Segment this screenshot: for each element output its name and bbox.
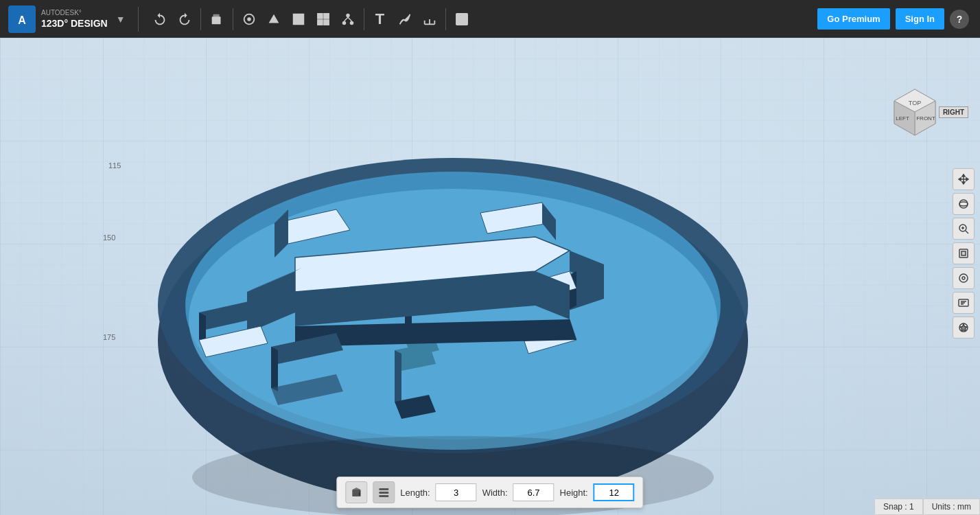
primitives-button[interactable]	[205, 8, 229, 31]
ruler-label-3: 175	[103, 333, 115, 341]
svg-rect-24	[456, 13, 467, 25]
toolbar-right: Go Premium Sign In ?	[817, 8, 980, 30]
length-label: Length:	[400, 488, 430, 498]
smartshapes-button[interactable]	[237, 8, 261, 31]
app-logo: A	[8, 5, 36, 33]
svg-point-87	[962, 277, 965, 279]
redo-button[interactable]	[173, 8, 196, 31]
orbit-tool[interactable]	[953, 193, 975, 215]
construct-button[interactable]	[262, 8, 285, 31]
svg-rect-10	[299, 19, 303, 23]
render-tool[interactable]	[953, 292, 975, 314]
length-input[interactable]	[436, 483, 477, 501]
materials-button[interactable]	[450, 8, 474, 31]
svg-point-79	[959, 202, 968, 206]
svg-rect-98	[379, 492, 388, 494]
svg-point-15	[346, 13, 350, 17]
svg-line-81	[966, 231, 968, 233]
svg-text:TOP: TOP	[909, 100, 921, 106]
measurement-panel: Length: Width: Height:	[336, 477, 643, 508]
modify-button[interactable]	[287, 8, 310, 31]
ruler-label-1: 115	[108, 161, 121, 170]
svg-point-86	[959, 274, 968, 282]
tb-div2	[233, 8, 233, 30]
layers-button[interactable]	[373, 481, 395, 503]
sketch-button[interactable]	[393, 8, 417, 31]
height-label: Height:	[560, 488, 588, 498]
svg-rect-85	[961, 251, 966, 255]
viewcube[interactable]: TOP FRONT LEFT RIGHT	[886, 86, 944, 144]
tb-div3	[364, 8, 364, 30]
svg-marker-93	[960, 324, 967, 331]
svg-rect-97	[379, 488, 388, 490]
svg-line-19	[348, 17, 352, 21]
svg-point-17	[349, 21, 353, 25]
3d-viewport[interactable]: 115 150 175 TOP FRONT LEFT RIGHT	[0, 38, 980, 515]
perspective-tool[interactable]	[953, 267, 975, 289]
svg-point-16	[342, 21, 346, 25]
right-tools-panel	[953, 168, 975, 339]
help-button[interactable]: ?	[950, 10, 969, 29]
svg-marker-95	[352, 488, 360, 490]
logo-area: A AUTODESK° 123D° DESIGN ▼	[0, 5, 134, 33]
signin-button[interactable]: Sign In	[896, 8, 944, 30]
svg-text:FRONT: FRONT	[916, 115, 935, 122]
svg-marker-6	[268, 14, 279, 23]
toolbar-divider	[138, 7, 139, 32]
app-name: AUTODESK° 123D° DESIGN	[41, 8, 108, 30]
svg-marker-76	[959, 178, 961, 181]
snap-button[interactable]	[336, 8, 360, 31]
svg-marker-62	[395, 350, 401, 405]
scene-settings-tool[interactable]	[953, 317, 975, 339]
svg-rect-11	[317, 13, 322, 18]
toolbar-main: T	[143, 8, 818, 31]
svg-marker-75	[962, 182, 965, 184]
premium-button[interactable]: Go Premium	[817, 8, 889, 30]
status-bar: Snap : 1 Units : mm	[874, 499, 980, 515]
svg-marker-59	[271, 347, 278, 391]
group-button[interactable]	[312, 8, 335, 31]
solid-view-button[interactable]	[345, 481, 367, 503]
svg-line-18	[344, 17, 348, 21]
tb-div1	[200, 8, 201, 30]
svg-rect-14	[323, 19, 328, 24]
undo-button[interactable]	[148, 8, 172, 31]
height-input[interactable]	[594, 483, 635, 501]
pan-tool[interactable]	[953, 168, 975, 190]
svg-rect-7	[293, 14, 297, 18]
fit-all-tool[interactable]	[953, 242, 975, 264]
svg-marker-74	[962, 174, 965, 176]
svg-rect-99	[379, 495, 388, 497]
viewcube-right-label: RIGHT	[939, 106, 968, 118]
units-status[interactable]: Units : mm	[923, 499, 980, 515]
svg-text:LEFT: LEFT	[896, 115, 909, 122]
header-toolbar: A AUTODESK° 123D° DESIGN ▼	[0, 0, 980, 38]
svg-rect-3	[213, 14, 219, 18]
zoom-tool[interactable]	[953, 218, 975, 240]
svg-rect-13	[317, 19, 322, 24]
text-button[interactable]: T	[369, 8, 392, 31]
width-input[interactable]	[513, 483, 555, 501]
measure-button[interactable]	[418, 8, 441, 31]
svg-rect-12	[323, 13, 328, 18]
scene-svg	[0, 38, 980, 515]
svg-point-78	[959, 200, 968, 208]
width-label: Width:	[482, 488, 508, 498]
svg-marker-77	[966, 178, 968, 181]
svg-rect-8	[299, 14, 303, 18]
snap-status[interactable]: Snap : 1	[874, 499, 923, 515]
ruler-label-2: 150	[103, 233, 115, 242]
logo-dropdown[interactable]: ▼	[116, 14, 126, 25]
svg-rect-9	[293, 19, 297, 23]
svg-point-5	[247, 17, 251, 21]
tb-div4	[445, 8, 446, 30]
svg-text:A: A	[18, 14, 26, 26]
